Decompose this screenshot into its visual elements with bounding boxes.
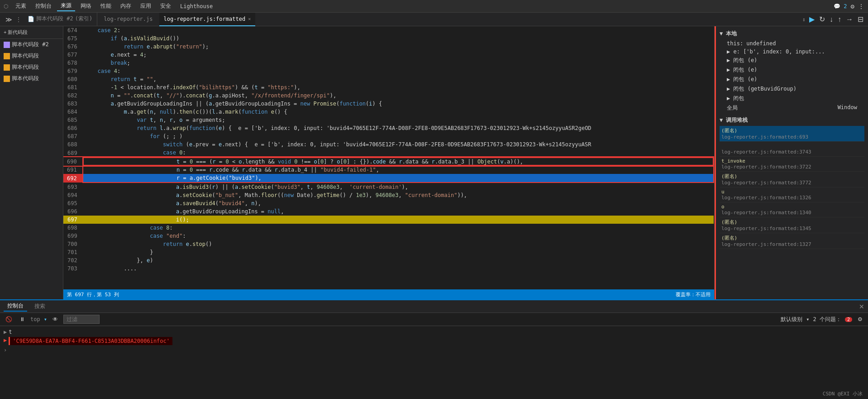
scope-this: this: undefined	[720, 39, 864, 48]
step-out-btn[interactable]: ↑	[837, 14, 842, 24]
menu-elements[interactable]: 元素	[12, 1, 30, 11]
step-btn[interactable]: →	[845, 14, 854, 24]
line-num-697: 697	[63, 216, 83, 224]
line-685: 685 var t, n, r, o = arguments;	[63, 116, 714, 124]
sidebar-toolbar: + 新代码段	[0, 26, 63, 39]
console-eye-btn[interactable]: 👁	[51, 315, 60, 323]
line-684: 684 m.a.get(n, null).then(c())(l.a.mark(…	[63, 108, 714, 116]
line-code-676: return e.abrupt("return");	[83, 43, 714, 51]
tab-log-reporter-formatted[interactable]: log-reporter.js:formatted ✕	[159, 13, 256, 26]
menu-application[interactable]: 应用	[137, 1, 155, 11]
line-num-675: 675	[63, 34, 83, 43]
scope-closure-e3[interactable]: ▶ 闭包 (e)	[720, 75, 864, 84]
line-code-689: case 0:	[83, 149, 714, 157]
bottom-close-btn[interactable]: ✕	[859, 303, 864, 310]
tab-bar-right: ↕ ▶ ↻ ↓ ↑ → ⊟	[802, 14, 868, 24]
console-context-dropdown[interactable]: ▾	[44, 316, 47, 322]
call-stack-item-4[interactable]: u log-reporter.js:formatted:1326	[720, 187, 864, 202]
jump-to-file-icon[interactable]: ↕	[802, 16, 806, 23]
menu-memory[interactable]: 内存	[117, 1, 135, 11]
tab-bar-left: ≫ ⋮ 📄 脚本代码段 #2 (索引) log-reporter.js log-…	[0, 13, 259, 26]
sidebar-item-1[interactable]: 脚本代码段 #2	[0, 39, 63, 50]
sidebar-item-3[interactable]: 脚本代码段	[0, 62, 63, 73]
line-code-677: e.next = 4;	[83, 51, 714, 59]
bottom-tabs: 控制台 搜索 ✕	[0, 300, 868, 313]
tab-search[interactable]: 搜索	[31, 302, 49, 311]
line-code-685: var t, n, r, o = arguments;	[83, 116, 714, 124]
menu-performance[interactable]: 性能	[97, 1, 115, 11]
line-code-694: a.setCookie("b_nut", Math.floor((new Dat…	[83, 191, 714, 199]
devtools-icon: ⬡	[4, 3, 8, 10]
scope-closure-e2[interactable]: ▶ 闭包 (e)	[720, 65, 864, 75]
issues-icon[interactable]: 💬 2	[834, 3, 847, 10]
sidebar-new-snippet[interactable]: + 新代码段	[2, 28, 29, 37]
menu-lighthouse[interactable]: Lighthouse	[176, 2, 216, 10]
line-698: 698 case 8:	[63, 224, 714, 232]
issues-badge: 2	[845, 317, 852, 322]
line-code-696: a.getBuvidGroupLoadingIns = null,	[83, 207, 714, 216]
console-line-caret[interactable]: ›	[4, 346, 864, 354]
call-stack-item-6[interactable]: (匿名) log-reporter.js:formatted:1345	[720, 217, 864, 233]
call-stack-item-5[interactable]: o log-reporter.js:formatted:1340	[720, 202, 864, 217]
scope-closure-getbuvid[interactable]: ▶ 闭包 (getBuvidGroup)	[720, 84, 864, 94]
scope-e[interactable]: ▶ e: ['b', index: 0, input:...	[720, 48, 864, 56]
console-settings-btn[interactable]: ⚙	[856, 315, 864, 323]
console-pause-btn[interactable]: ⏸	[18, 315, 27, 323]
sidebar: + 新代码段 脚本代码段 #2 脚本代码段 脚本代码段 脚本代码段	[0, 26, 63, 299]
scope-closure-anon[interactable]: ▶ 闭包	[720, 94, 864, 103]
line-678: 678 break;	[63, 59, 714, 67]
expand-arrow-t[interactable]: ▶	[4, 329, 7, 335]
line-700: 700 return e.stop()	[63, 240, 714, 248]
more-icon[interactable]: ⋮	[858, 3, 864, 10]
sidebar-toggle[interactable]: ≫	[4, 15, 14, 24]
line-688: 688 switch (e.prev = e.next) { e = ['b',…	[63, 140, 714, 149]
snippet-icon-4	[4, 76, 10, 82]
line-num-677: 677	[63, 51, 83, 59]
line-num-679: 679	[63, 67, 83, 75]
menu-sources[interactable]: 来源	[57, 1, 75, 11]
scope-local-header[interactable]: ▼ 本地	[720, 30, 864, 38]
step-over-btn[interactable]: ↻	[818, 14, 826, 24]
code-scroll[interactable]: 674 case 2: 675 if (a.isValidBuvid()) 67…	[63, 26, 714, 289]
tab-close-icon[interactable]: ✕	[248, 16, 251, 21]
call-stack-header[interactable]: ▼ 调用堆栈	[720, 116, 864, 124]
snippet-tab-icon: 📄	[28, 16, 34, 22]
line-num-685: 685	[63, 116, 83, 124]
menu-console[interactable]: 控制台	[32, 1, 55, 11]
call-stack-item-2[interactable]: t_invoke log-reporter.js:formatted:3722	[720, 157, 864, 172]
line-697: 697 i();	[63, 216, 714, 224]
console-output: ▶ t ▶ 'C9E59D8A-EA7A-BBF4-F661-C8513A03D…	[0, 326, 868, 399]
menu-bar-left: ⬡ 元素 控制台 来源 网络 性能 内存 应用 安全 Lighthouse	[4, 1, 216, 11]
scope-closure-e1[interactable]: ▶ 闭包 (e)	[720, 56, 864, 65]
line-num-701: 701	[63, 248, 83, 256]
line-code-703: ....	[83, 264, 714, 273]
sidebar-item-2[interactable]: 脚本代码段	[0, 50, 63, 62]
level-dropdown-icon[interactable]: ▾	[806, 316, 809, 322]
console-filter-input[interactable]	[63, 315, 100, 324]
scope-global: 全局 Window	[720, 103, 864, 113]
resume-btn[interactable]: ▶	[808, 14, 816, 24]
menu-security[interactable]: 安全	[157, 1, 175, 11]
call-stack-item-3[interactable]: (匿名) log-reporter.js:formatted:3772	[720, 172, 864, 187]
line-num-678: 678	[63, 59, 83, 67]
line-code-675: if (a.isValidBuvid())	[83, 34, 714, 43]
menu-network[interactable]: 网络	[77, 1, 95, 11]
tab-log-reporter[interactable]: log-reporter.js	[99, 13, 157, 26]
console-line-t: ▶ t	[4, 328, 864, 336]
line-code-681: -1 < location.href.indexOf("bilihttps") …	[83, 83, 714, 91]
line-680: 680 return t = "",	[63, 75, 714, 83]
console-clear-btn[interactable]: 🚫	[4, 315, 14, 323]
line-code-684: m.a.get(n, null).then(c())(l.a.mark(func…	[83, 108, 714, 116]
tab-snippet[interactable]: 📄 脚本代码段 #2 (索引)	[23, 13, 97, 26]
call-stack-item-7[interactable]: (匿名) log-reporter.js:formatted:1327	[720, 233, 864, 249]
settings-icon[interactable]: ⚙	[851, 3, 854, 10]
step-into-btn[interactable]: ↓	[829, 14, 834, 24]
expand-arrow-error[interactable]: ▶	[4, 337, 7, 343]
call-stack-item-1[interactable]: log-reporter.js:formatted:3743	[720, 142, 864, 157]
tab-console[interactable]: 控制台	[4, 301, 27, 312]
sidebar-item-4[interactable]: 脚本代码段	[0, 73, 63, 84]
deactivate-btn[interactable]: ⊟	[857, 14, 864, 24]
line-code-700: return e.stop()	[83, 240, 714, 248]
call-stack-item-0[interactable]: (匿名) log-reporter.js:formatted:693	[720, 126, 864, 142]
line-code-674: case 2:	[83, 26, 714, 34]
